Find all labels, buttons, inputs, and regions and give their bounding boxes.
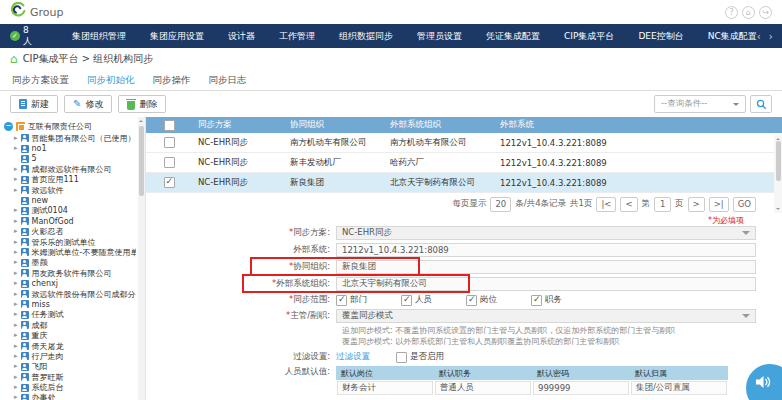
nav-menu-item[interactable]: 凭证集成配置 <box>486 30 540 43</box>
column-header[interactable]: 同步方案 <box>192 119 284 131</box>
expander-icon[interactable] <box>14 322 18 329</box>
nav-menu-item[interactable]: 设计器 <box>228 30 255 43</box>
external-org-input[interactable]: 北京天宇制药有限公司 <box>336 277 756 291</box>
tree-item[interactable]: 用友政务软件有限公司 <box>4 268 136 278</box>
scope-checkbox[interactable] <box>401 295 412 306</box>
tree-item[interactable]: 飞阳 <box>4 362 136 372</box>
tree-item[interactable]: 成都致远软件有限公司 <box>4 164 136 174</box>
column-header[interactable]: 外部系统组织 <box>384 119 494 131</box>
expander-icon[interactable] <box>14 394 18 400</box>
row-checkbox[interactable] <box>164 137 175 148</box>
tree-item[interactable]: 米姆测试单位-不要随意使用单位下 <box>4 247 136 257</box>
scroll-up-icon[interactable] <box>139 118 143 122</box>
tree-item[interactable]: 5 <box>4 154 136 164</box>
logo[interactable]: Group <box>10 2 64 22</box>
default-value-input[interactable]: 999999 <box>533 381 629 395</box>
tab[interactable]: 同步操作 <box>153 74 191 87</box>
table-row[interactable]: NC-EHR同步 新良集团 北京天宇制药有限公司 1212v1_10.4.3.2… <box>146 173 782 193</box>
tree-item[interactable]: 行尸走肉 <box>4 351 136 361</box>
column-header[interactable]: 外部系统 <box>494 119 664 131</box>
sync-plan-select[interactable]: NC-EHR同步 <box>336 226 756 240</box>
scope-checkbox[interactable] <box>336 295 347 306</box>
column-header[interactable]: 协同组织 <box>284 119 384 131</box>
manager-mode-select[interactable]: 覆盖同步模式 <box>336 309 756 323</box>
nav-scroll-left-icon[interactable]: ‹ <box>757 31 761 42</box>
expander-icon[interactable] <box>14 280 18 287</box>
tab[interactable]: 同步日志 <box>209 74 247 87</box>
default-value-input[interactable]: 普通人员 <box>435 381 531 395</box>
tree-item[interactable]: 任务测试 <box>4 310 136 320</box>
expander-icon[interactable] <box>14 249 18 256</box>
nav-menu-item[interactable]: 组织数据同步 <box>339 30 393 43</box>
expander-icon[interactable] <box>14 187 18 194</box>
page-number-input[interactable]: 1 <box>654 197 671 212</box>
sidebar-scrollbar[interactable] <box>138 117 145 400</box>
tree-item[interactable]: 火影忍者 <box>4 227 136 237</box>
tree-item[interactable]: new <box>4 195 136 205</box>
expander-icon[interactable] <box>14 145 18 152</box>
tab[interactable]: 同步方案设置 <box>12 74 69 87</box>
table-row[interactable]: NC-EHR同步 南方机动车有限公司 南方机动车有限公司 1212v1_10.4… <box>146 133 782 153</box>
tree-item[interactable]: 普罗旺斯 <box>4 372 136 382</box>
prev-page-button[interactable]: < <box>620 197 637 212</box>
expander-icon[interactable] <box>14 353 18 360</box>
nav-menu-item[interactable]: DEE控制台 <box>638 30 683 43</box>
filter-enable-checkbox[interactable] <box>396 352 407 363</box>
nav-menu-item[interactable]: NC集成配置 <box>708 30 757 43</box>
expander-icon[interactable] <box>14 301 18 308</box>
search-button[interactable] <box>750 95 772 113</box>
first-page-button[interactable]: |< <box>596 197 616 212</box>
nav-scroll-right-icon[interactable]: › <box>769 31 773 42</box>
coop-org-input[interactable]: 新良集团 <box>336 260 756 274</box>
nav-menu-item[interactable]: 工作管理 <box>279 30 315 43</box>
tree-item[interactable]: 首页应用111 <box>4 175 136 185</box>
per-page-input[interactable]: 20 <box>490 197 511 212</box>
expander-icon[interactable] <box>14 343 18 350</box>
breadcrumb-home-icon[interactable]: ⌂ <box>10 53 18 65</box>
tab[interactable]: 同步初始化 <box>87 74 135 87</box>
edit-button[interactable]: 修改 <box>64 95 112 113</box>
default-value-input[interactable]: 财务会计 <box>337 381 433 395</box>
nav-menu-item[interactable]: 管理员设置 <box>417 30 462 43</box>
nav-menu-item[interactable]: 集团应用设置 <box>150 30 204 43</box>
user-count-badge[interactable]: ✓ 8人 <box>0 25 42 48</box>
tree-item[interactable]: 重庆 <box>4 330 136 340</box>
tree-item[interactable]: miss <box>4 299 136 309</box>
default-value-input[interactable]: 集团/公司直属 <box>631 381 727 395</box>
tree-item[interactable]: 系统后台 <box>4 382 136 392</box>
tree-root-node[interactable]: 互联有限责任公司 <box>4 120 136 133</box>
tree-item[interactable]: 办事处 <box>4 393 136 400</box>
collapse-icon[interactable] <box>4 122 13 131</box>
tree-item[interactable]: ManOfGod <box>4 216 136 226</box>
scope-checkbox[interactable] <box>466 295 477 306</box>
expander-icon[interactable] <box>14 218 18 225</box>
go-button[interactable]: GO <box>733 197 756 212</box>
table-scrollbar[interactable] <box>774 135 782 213</box>
expander-icon[interactable] <box>14 135 18 142</box>
last-page-button[interactable]: >| <box>709 197 729 212</box>
expander-icon[interactable] <box>14 176 18 183</box>
nav-menu-item[interactable]: CIP集成平台 <box>564 30 614 43</box>
expander-icon[interactable] <box>14 363 18 370</box>
nav-menu-item[interactable]: 集团组织管理 <box>72 30 126 43</box>
scope-checkbox[interactable] <box>531 295 542 306</box>
query-condition-select[interactable]: --查询条件-- <box>654 95 746 113</box>
table-row[interactable]: NC-EHR同步 新丰发动机厂 哈药六厂 1212v1_10.4.3.221:8… <box>146 153 782 173</box>
select-all-checkbox[interactable] <box>164 120 175 131</box>
expander-icon[interactable] <box>14 228 18 235</box>
expander-icon[interactable] <box>14 332 18 339</box>
filter-settings-link[interactable]: 过滤设置 <box>336 351 370 363</box>
new-button[interactable]: 新建 <box>10 95 58 113</box>
tree-item[interactable]: 墨颜 <box>4 258 136 268</box>
tree-item[interactable]: 致远软件 <box>4 185 136 195</box>
external-system-input[interactable]: 1212v1_10.4.3.221:8089 <box>336 243 756 257</box>
tree-item[interactable]: 管乐乐的测试单位 <box>4 237 136 247</box>
table-scrollbar-thumb[interactable] <box>776 141 781 181</box>
help-icon[interactable]: ? <box>725 6 738 19</box>
expander-icon[interactable] <box>14 239 18 246</box>
expander-icon[interactable] <box>14 384 18 391</box>
expander-icon[interactable] <box>14 270 18 277</box>
home-icon[interactable]: ⌂ <box>742 6 755 19</box>
tree-item[interactable]: chenxj <box>4 278 136 288</box>
tree-item[interactable]: 倚天屠龙 <box>4 341 136 351</box>
